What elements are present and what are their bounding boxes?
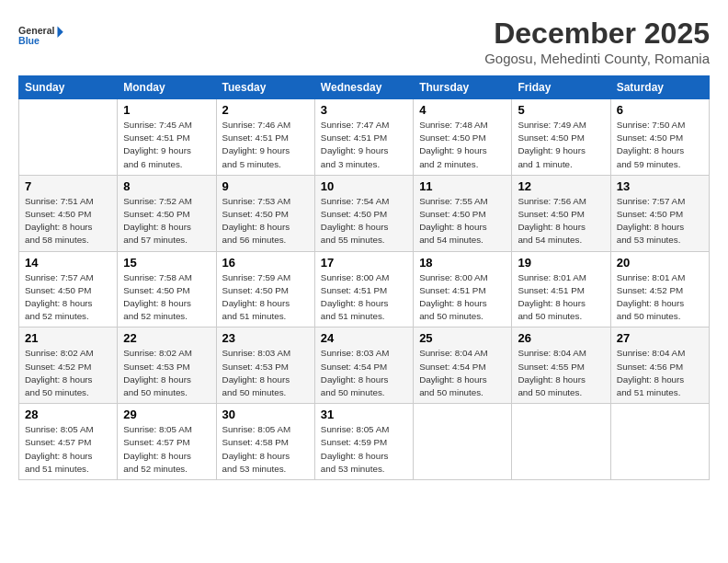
calendar-cell: 2Sunrise: 7:46 AM Sunset: 4:51 PM Daylig… [216, 99, 314, 176]
day-number: 28 [25, 408, 111, 421]
calendar-cell: 4Sunrise: 7:48 AM Sunset: 4:50 PM Daylig… [414, 99, 512, 176]
day-info: Sunrise: 7:46 AM Sunset: 4:51 PM Dayligh… [222, 119, 309, 171]
calendar-cell: 1Sunrise: 7:45 AM Sunset: 4:51 PM Daylig… [118, 99, 216, 176]
day-number: 13 [617, 179, 703, 193]
header-row: SundayMondayTuesdayWednesdayThursdayFrid… [19, 76, 710, 99]
day-number: 26 [518, 331, 604, 345]
calendar-cell: 17Sunrise: 8:00 AM Sunset: 4:51 PM Dayli… [314, 251, 413, 327]
day-number: 18 [419, 256, 506, 270]
day-number: 22 [123, 331, 210, 345]
calendar-cell: 30Sunrise: 8:05 AM Sunset: 4:58 PM Dayli… [216, 404, 314, 480]
day-info: Sunrise: 8:03 AM Sunset: 4:54 PM Dayligh… [321, 347, 407, 399]
calendar-cell: 23Sunrise: 8:03 AM Sunset: 4:53 PM Dayli… [216, 327, 314, 404]
calendar-cell: 25Sunrise: 8:04 AM Sunset: 4:54 PM Dayli… [414, 327, 512, 404]
day-info: Sunrise: 7:54 AM Sunset: 4:50 PM Dayligh… [321, 195, 407, 247]
col-header-tuesday: Tuesday [216, 76, 314, 99]
day-info: Sunrise: 8:05 AM Sunset: 4:57 PM Dayligh… [25, 423, 111, 476]
col-header-thursday: Thursday [414, 76, 512, 99]
page-title: December 2025 [484, 17, 710, 51]
day-number: 31 [321, 408, 407, 421]
day-info: Sunrise: 7:45 AM Sunset: 4:51 PM Dayligh… [123, 119, 210, 171]
day-number: 14 [25, 256, 111, 270]
week-row-2: 7Sunrise: 7:51 AM Sunset: 4:50 PM Daylig… [19, 175, 710, 251]
day-info: Sunrise: 7:49 AM Sunset: 4:50 PM Dayligh… [518, 119, 604, 171]
day-number: 10 [321, 179, 407, 193]
calendar-cell: 22Sunrise: 8:02 AM Sunset: 4:53 PM Dayli… [118, 327, 216, 404]
day-number: 4 [419, 103, 506, 117]
week-row-5: 28Sunrise: 8:05 AM Sunset: 4:57 PM Dayli… [19, 404, 710, 480]
day-info: Sunrise: 8:01 AM Sunset: 4:51 PM Dayligh… [518, 271, 604, 324]
calendar-cell [512, 404, 610, 480]
week-row-1: 1Sunrise: 7:45 AM Sunset: 4:51 PM Daylig… [19, 99, 710, 176]
day-number: 11 [419, 179, 506, 193]
day-info: Sunrise: 7:58 AM Sunset: 4:50 PM Dayligh… [123, 271, 210, 324]
calendar-cell: 29Sunrise: 8:05 AM Sunset: 4:57 PM Dayli… [118, 404, 216, 480]
day-info: Sunrise: 8:04 AM Sunset: 4:56 PM Dayligh… [617, 347, 703, 399]
calendar-cell: 28Sunrise: 8:05 AM Sunset: 4:57 PM Dayli… [19, 404, 118, 480]
day-info: Sunrise: 8:03 AM Sunset: 4:53 PM Dayligh… [222, 347, 309, 399]
day-number: 30 [222, 408, 309, 421]
day-info: Sunrise: 7:56 AM Sunset: 4:50 PM Dayligh… [518, 195, 604, 247]
day-number: 2 [222, 103, 309, 117]
day-info: Sunrise: 8:00 AM Sunset: 4:51 PM Dayligh… [321, 271, 407, 324]
day-number: 21 [25, 331, 111, 345]
day-number: 16 [222, 256, 309, 270]
logo-svg: General Blue [18, 17, 64, 55]
calendar-cell: 9Sunrise: 7:53 AM Sunset: 4:50 PM Daylig… [216, 175, 314, 251]
day-number: 3 [321, 103, 407, 117]
day-info: Sunrise: 8:02 AM Sunset: 4:53 PM Dayligh… [123, 347, 210, 399]
day-number: 19 [518, 256, 604, 270]
calendar-cell: 8Sunrise: 7:52 AM Sunset: 4:50 PM Daylig… [118, 175, 216, 251]
day-number: 23 [222, 331, 309, 345]
day-number: 29 [123, 408, 210, 421]
calendar-cell: 12Sunrise: 7:56 AM Sunset: 4:50 PM Dayli… [512, 175, 610, 251]
page-header: General Blue December 2025 Gogosu, Mehed… [18, 17, 710, 66]
day-number: 25 [419, 331, 506, 345]
day-number: 1 [123, 103, 210, 117]
day-number: 5 [518, 103, 604, 117]
col-header-monday: Monday [118, 76, 216, 99]
calendar-cell: 3Sunrise: 7:47 AM Sunset: 4:51 PM Daylig… [314, 99, 413, 176]
day-info: Sunrise: 7:55 AM Sunset: 4:50 PM Dayligh… [419, 195, 506, 247]
day-info: Sunrise: 7:52 AM Sunset: 4:50 PM Dayligh… [123, 195, 210, 247]
calendar-cell: 27Sunrise: 8:04 AM Sunset: 4:56 PM Dayli… [610, 327, 709, 404]
calendar-cell: 7Sunrise: 7:51 AM Sunset: 4:50 PM Daylig… [19, 175, 118, 251]
day-info: Sunrise: 7:47 AM Sunset: 4:51 PM Dayligh… [321, 119, 407, 171]
day-number: 9 [222, 179, 309, 193]
day-number: 6 [617, 103, 703, 117]
col-header-sunday: Sunday [19, 76, 118, 99]
day-info: Sunrise: 7:57 AM Sunset: 4:50 PM Dayligh… [617, 195, 703, 247]
day-number: 20 [617, 256, 703, 270]
day-number: 17 [321, 256, 407, 270]
calendar-cell: 14Sunrise: 7:57 AM Sunset: 4:50 PM Dayli… [19, 251, 118, 327]
calendar-cell: 5Sunrise: 7:49 AM Sunset: 4:50 PM Daylig… [512, 99, 610, 176]
day-info: Sunrise: 8:05 AM Sunset: 4:58 PM Dayligh… [222, 423, 309, 476]
calendar-cell [414, 404, 512, 480]
week-row-3: 14Sunrise: 7:57 AM Sunset: 4:50 PM Dayli… [19, 251, 710, 327]
day-info: Sunrise: 8:05 AM Sunset: 4:57 PM Dayligh… [123, 423, 210, 476]
calendar-table: SundayMondayTuesdayWednesdayThursdayFrid… [18, 75, 710, 480]
svg-text:General: General [18, 25, 55, 36]
day-info: Sunrise: 7:51 AM Sunset: 4:50 PM Dayligh… [25, 195, 111, 247]
day-info: Sunrise: 7:48 AM Sunset: 4:50 PM Dayligh… [419, 119, 506, 171]
day-number: 15 [123, 256, 210, 270]
calendar-cell: 31Sunrise: 8:05 AM Sunset: 4:59 PM Dayli… [314, 404, 413, 480]
day-info: Sunrise: 7:57 AM Sunset: 4:50 PM Dayligh… [25, 271, 111, 324]
calendar-cell: 16Sunrise: 7:59 AM Sunset: 4:50 PM Dayli… [216, 251, 314, 327]
day-info: Sunrise: 7:50 AM Sunset: 4:50 PM Dayligh… [617, 119, 703, 171]
calendar-cell: 6Sunrise: 7:50 AM Sunset: 4:50 PM Daylig… [610, 99, 709, 176]
day-info: Sunrise: 7:53 AM Sunset: 4:50 PM Dayligh… [222, 195, 309, 247]
calendar-cell: 10Sunrise: 7:54 AM Sunset: 4:50 PM Dayli… [314, 175, 413, 251]
day-number: 8 [123, 179, 210, 193]
day-info: Sunrise: 8:01 AM Sunset: 4:52 PM Dayligh… [617, 271, 703, 324]
calendar-cell: 18Sunrise: 8:00 AM Sunset: 4:51 PM Dayli… [414, 251, 512, 327]
day-info: Sunrise: 8:05 AM Sunset: 4:59 PM Dayligh… [321, 423, 407, 476]
col-header-wednesday: Wednesday [314, 76, 413, 99]
svg-marker-2 [58, 26, 63, 38]
calendar-cell: 26Sunrise: 8:04 AM Sunset: 4:55 PM Dayli… [512, 327, 610, 404]
calendar-cell [19, 99, 118, 176]
day-info: Sunrise: 8:04 AM Sunset: 4:55 PM Dayligh… [518, 347, 604, 399]
week-row-4: 21Sunrise: 8:02 AM Sunset: 4:52 PM Dayli… [19, 327, 710, 404]
svg-text:Blue: Blue [18, 35, 40, 46]
calendar-cell: 19Sunrise: 8:01 AM Sunset: 4:51 PM Dayli… [512, 251, 610, 327]
